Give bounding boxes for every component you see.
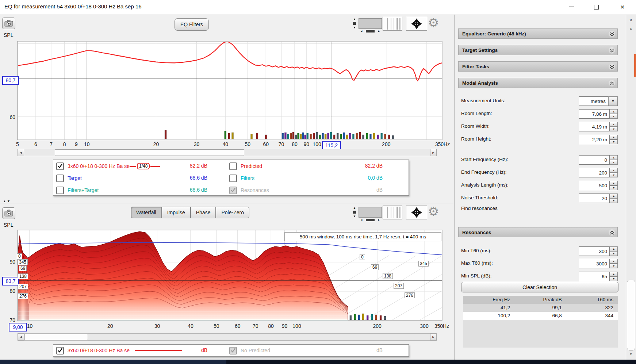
cursor-freq-readout-top: 115,2 (322, 141, 341, 150)
eq-window: EQ for measurement 54 3x60 0/+18 0-300 H… (0, 0, 636, 364)
trace-legend-bottom: 3x60 0/+18 0-300 Hz Ba sedBNo Predictedd… (53, 344, 409, 357)
trace-label: Target (68, 175, 82, 181)
x-tick-wf-30: 30 (154, 323, 160, 329)
tab-impulse[interactable]: Impulse (162, 207, 191, 218)
scroll-right-arrow-top[interactable]: ► (430, 149, 437, 156)
trace-checkbox[interactable] (229, 187, 237, 194)
check-icon (230, 187, 236, 193)
smoothing-badge[interactable]: 1/48 (137, 163, 150, 169)
trace-value: 82,2 dB (339, 163, 383, 169)
trace-label: Predicted (241, 163, 262, 169)
mode-frequency-label: 69 (371, 264, 379, 270)
splitter-collapse-buttons[interactable]: ▲▼ (3, 199, 11, 203)
y-tick-60: 60 (5, 114, 15, 120)
trace-checkbox[interactable] (56, 162, 64, 170)
x-tick-100: 100 (313, 141, 321, 147)
x-tick-wf-10: 10 (27, 323, 33, 329)
maximize-button[interactable] (586, 0, 607, 14)
x-tick-50: 50 (245, 141, 251, 147)
mode-frequency-label: 138 (18, 273, 28, 279)
sidebar-scroll-down[interactable]: ▼ (627, 351, 635, 357)
x-tick-7: 7 (50, 141, 53, 147)
x-tick-wf-100: 100 (292, 323, 301, 329)
close-icon: × (620, 3, 625, 11)
cursor-spl-readout-top: 80,7 (2, 76, 19, 85)
mode-frequency-label: 0 (360, 254, 365, 260)
x-tick-200: 200 (382, 141, 390, 147)
legend-row: 3x60 0/+18 0-300 Hz Ba sedB (56, 346, 182, 355)
mode-frequency-label: 276 (405, 292, 415, 298)
trace-value: 68,6 dB (164, 175, 207, 181)
trace-line-sample (150, 166, 160, 167)
check-icon (57, 347, 63, 353)
legend-row: ResonancesdB (229, 186, 269, 195)
trace-checkbox[interactable] (56, 175, 64, 182)
sidebar-scroll-thumb[interactable] (627, 280, 635, 350)
x-tick-wf-300: 300 (420, 323, 428, 329)
waterfall-window-annotation: 500 ms window, 100 ms rise time, 1,7 Hz … (284, 232, 441, 241)
tab-waterfall[interactable]: Waterfall (131, 207, 162, 218)
mode-frequency-label: 345 (418, 261, 429, 267)
check-icon (57, 163, 63, 169)
x-tick-40: 40 (222, 141, 228, 147)
maximize-icon (594, 5, 599, 9)
x-tick-wf-20: 20 (107, 323, 113, 329)
y-tick-wf-90: 90 (5, 259, 15, 265)
legend-row: Predicted82,2 dB (229, 162, 262, 170)
trace-checkbox[interactable] (229, 175, 237, 182)
legend-row: 3x60 0/+18 0-300 Hz Ba se1/4882,2 dB (56, 162, 160, 170)
x-tick-wf-90: 90 (282, 323, 288, 329)
trace-checkbox[interactable] (56, 187, 64, 194)
x-tick-8: 8 (63, 141, 66, 147)
minimize-button[interactable] (561, 0, 582, 14)
taskbar-strip-left (0, 360, 226, 364)
scroll-left-arrow-bottom[interactable]: ◄ (18, 333, 24, 341)
trace-checkbox[interactable] (229, 347, 237, 355)
x-tick-20: 20 (153, 141, 159, 147)
mode-frequency-label: 276 (18, 293, 28, 299)
trace-label: Filters+Target (68, 187, 99, 193)
x-tick-10: 10 (84, 141, 90, 147)
collapse-sidebar-button[interactable]: » (627, 15, 635, 23)
mode-frequency-label: 207 (394, 283, 404, 289)
mode-frequency-label: 69 (19, 265, 27, 271)
x-tick-9: 9 (75, 141, 78, 147)
x-tick-80: 80 (292, 141, 298, 147)
legend-row: Target68,6 dB (56, 174, 82, 183)
x-tick-60: 60 (263, 141, 269, 147)
x-tick-wf-80: 80 (268, 323, 274, 329)
scroll-thumb-bottom[interactable] (24, 334, 88, 340)
x-tick-30: 30 (194, 141, 200, 147)
trace-checkbox[interactable] (229, 162, 237, 170)
scroll-left-arrow-top[interactable]: ◄ (18, 149, 24, 156)
cursor-spl-readout-bottom: 83,7 (2, 277, 19, 286)
x-tick-wf-50: 50 (214, 323, 219, 329)
close-button[interactable]: × (612, 0, 633, 14)
x-tick-5: 5 (16, 141, 19, 147)
trace-label: No Predicted (241, 348, 270, 353)
x-tick-90: 90 (303, 141, 309, 147)
tab-phase[interactable]: Phase (191, 207, 216, 218)
x-tick-wf-70: 70 (253, 323, 258, 329)
x-tick-6: 6 (34, 141, 37, 147)
graph-type-tabs: WaterfallImpulsePhasePole-Zero (131, 207, 249, 218)
legend-row: No PredicteddB (229, 346, 270, 355)
x-unit-label-bottom: 350Hz (434, 323, 449, 329)
scroll-thumb-top[interactable] (55, 149, 244, 156)
trace-checkbox[interactable] (56, 347, 64, 355)
trace-value: 68,6 dB (164, 187, 207, 193)
legend-row: Filters+Target68,6 dB (56, 186, 99, 195)
title-bar: EQ for measurement 54 3x60 0/+18 0-300 H… (0, 0, 636, 14)
trace-value: 0,0 dB (339, 175, 383, 181)
tab-pole-zero[interactable]: Pole-Zero (216, 207, 249, 218)
trace-value: dB (339, 347, 383, 353)
trace-label: 3x60 0/+18 0-300 Hz Ba se (68, 163, 130, 169)
trace-value: dB (339, 187, 383, 193)
scroll-right-arrow-bottom[interactable]: ► (430, 333, 437, 341)
minimize-icon (569, 7, 574, 7)
x-tick-wf-200: 200 (373, 323, 382, 329)
sidebar-scroll-up[interactable]: ▲ (627, 26, 635, 31)
mode-frequency-label: 0 (17, 253, 22, 259)
window-title: EQ for measurement 54 3x60 0/+18 0-300 H… (4, 3, 142, 9)
mode-frequency-label: 345 (18, 259, 28, 265)
